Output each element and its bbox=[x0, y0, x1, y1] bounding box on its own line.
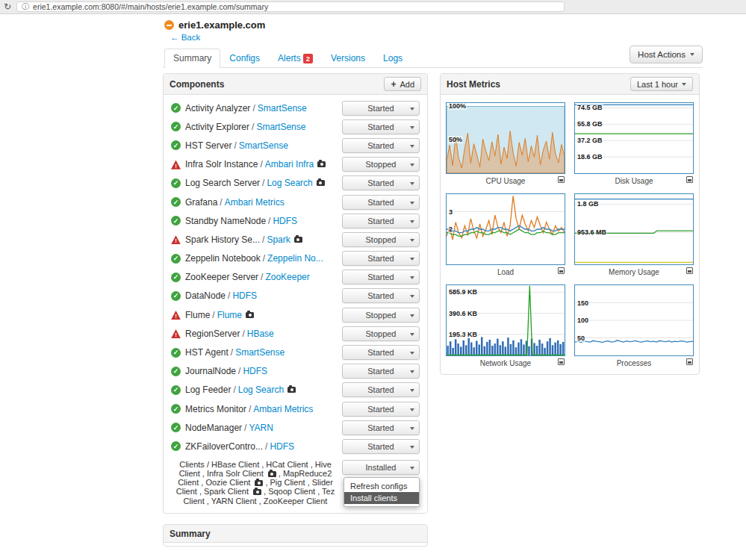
component-row: ✓Zeppelin Notebook/Zeppelin No...Started bbox=[171, 249, 420, 268]
component-action-button[interactable]: Stopped bbox=[342, 232, 420, 247]
service-link[interactable]: Log Search bbox=[267, 178, 312, 188]
service-link[interactable]: SmartSense bbox=[258, 103, 307, 113]
service-link[interactable]: Ambari Infra bbox=[265, 159, 314, 169]
service-link[interactable]: ZooKeeper bbox=[265, 272, 309, 282]
component-action-button[interactable]: Started bbox=[342, 101, 420, 116]
chart-plot[interactable]: 32 bbox=[446, 193, 565, 265]
chart-load: 32 Load bbox=[446, 193, 565, 276]
chart-title: Network Usage bbox=[480, 359, 531, 367]
address-bar[interactable]: ⓘ erie1.example.com:8080/#/main/hosts/er… bbox=[16, 1, 565, 12]
component-action-button[interactable]: Started bbox=[342, 214, 420, 228]
component-action-button[interactable]: Started bbox=[342, 175, 420, 190]
chart-title: Memory Usage bbox=[609, 268, 659, 276]
separator: / bbox=[238, 366, 240, 376]
separator: / bbox=[249, 404, 251, 414]
service-link[interactable]: Log Search bbox=[238, 385, 284, 395]
component-action-button[interactable]: Stopped bbox=[342, 326, 420, 341]
service-link[interactable]: HDFS bbox=[273, 216, 297, 226]
component-action-button[interactable]: Started bbox=[342, 119, 420, 134]
service-link[interactable]: HDFS bbox=[243, 366, 267, 376]
component-action-button[interactable]: Started bbox=[342, 402, 420, 417]
component-action-button[interactable]: Started bbox=[342, 288, 420, 303]
caret-down-icon bbox=[410, 164, 414, 167]
summary-section-header: Summary bbox=[164, 525, 427, 543]
reload-icon[interactable]: ↻ bbox=[4, 2, 11, 11]
caret-down-icon bbox=[410, 202, 414, 205]
back-link[interactable]: ← Back bbox=[170, 33, 200, 42]
component-action-button[interactable]: Stopped bbox=[342, 308, 420, 323]
export-chart-icon[interactable] bbox=[686, 176, 693, 183]
export-chart-icon[interactable] bbox=[558, 358, 565, 365]
camera-icon bbox=[246, 312, 254, 318]
service-link[interactable]: Zeppelin No... bbox=[267, 253, 323, 264]
component-action-label: Started bbox=[367, 385, 394, 394]
component-action-button[interactable]: Started bbox=[342, 382, 420, 397]
tab-logs[interactable]: Logs bbox=[374, 49, 411, 68]
component-action-button[interactable]: Stopped bbox=[342, 157, 420, 172]
component-action-button[interactable]: Started bbox=[342, 439, 420, 454]
clients-action-label: Installed bbox=[366, 463, 397, 472]
component-action-button[interactable]: Started bbox=[342, 195, 420, 210]
service-link[interactable]: SmartSense bbox=[235, 347, 285, 358]
service-link[interactable]: Spark bbox=[267, 234, 290, 245]
status-ok-icon: ✓ bbox=[171, 348, 181, 358]
export-chart-icon[interactable] bbox=[686, 358, 693, 365]
menu-item-refresh-configs[interactable]: Refresh configs bbox=[344, 480, 419, 492]
component-action-label: Stopped bbox=[366, 329, 397, 338]
caret-down-icon bbox=[410, 352, 414, 355]
service-link[interactable]: HDFS bbox=[270, 441, 294, 452]
separator: / bbox=[268, 216, 270, 226]
service-link[interactable]: SmartSense bbox=[239, 140, 288, 151]
menu-item-install-clients[interactable]: Install clients bbox=[344, 492, 419, 504]
component-row: !Infra Solr Instance/Ambari InfraStopped bbox=[171, 155, 420, 174]
chart-plot[interactable]: 100%50% bbox=[446, 102, 565, 174]
tab-summary[interactable]: Summary bbox=[164, 49, 220, 68]
chart-plot[interactable]: 1.8 GB953.6 MB bbox=[574, 193, 694, 265]
component-action-button[interactable]: Started bbox=[342, 270, 420, 284]
component-name: JournalNode bbox=[185, 366, 236, 376]
service-link[interactable]: Ambari Metrics bbox=[225, 197, 285, 208]
service-link[interactable]: HDFS bbox=[232, 290, 257, 301]
status-alert-icon: ! bbox=[171, 329, 181, 338]
chart-plot[interactable]: 15010050 bbox=[574, 284, 694, 356]
tab-configs[interactable]: Configs bbox=[220, 49, 269, 68]
separator: / bbox=[212, 310, 214, 320]
component-name: Standby NameNode bbox=[185, 216, 266, 226]
camera-icon bbox=[268, 471, 276, 477]
status-alert-icon: ! bbox=[171, 310, 181, 320]
component-action-button[interactable]: Started bbox=[342, 420, 420, 435]
export-chart-icon[interactable] bbox=[558, 267, 565, 274]
chart-plot[interactable]: 74.5 GB55.8 GB37.2 GB18.6 GB bbox=[574, 102, 694, 174]
components-title: Components bbox=[170, 79, 224, 90]
time-range-selector[interactable]: Last 1 hour bbox=[630, 77, 693, 91]
service-link[interactable]: SmartSense bbox=[256, 122, 305, 132]
export-chart-icon[interactable] bbox=[558, 176, 565, 183]
component-name: Activity Explorer bbox=[185, 122, 249, 132]
service-link[interactable]: YARN bbox=[249, 423, 273, 433]
component-row: ✓Activity Explorer/SmartSenseStarted bbox=[171, 117, 420, 136]
service-link[interactable]: Flume bbox=[217, 310, 242, 320]
tab-alerts[interactable]: Alerts 2 bbox=[269, 49, 322, 68]
chart-title: CPU Usage bbox=[486, 177, 526, 185]
tab-versions[interactable]: Versions bbox=[322, 49, 374, 68]
chart-plot[interactable]: 585.9 KB390.6 KB195.3 KB bbox=[446, 284, 565, 356]
chart-title: Load bbox=[497, 268, 514, 276]
camera-icon bbox=[253, 489, 261, 495]
service-link[interactable]: HBase bbox=[247, 329, 274, 339]
component-action-button[interactable]: Started bbox=[342, 364, 420, 379]
separator: / bbox=[260, 159, 262, 169]
clients-row: Clients / HBase Client , HCat Client , H… bbox=[171, 460, 420, 505]
component-action-button[interactable]: Started bbox=[342, 138, 420, 153]
clients-action-button[interactable]: Installed bbox=[342, 460, 420, 475]
page-info-icon[interactable]: ⓘ bbox=[22, 3, 29, 10]
component-name: RegionServer bbox=[185, 329, 240, 339]
component-action-button[interactable]: Started bbox=[342, 251, 420, 266]
chart-title: Processes bbox=[617, 359, 652, 367]
add-component-button[interactable]: + Add bbox=[384, 77, 421, 91]
export-chart-icon[interactable] bbox=[686, 267, 693, 274]
host-actions-button[interactable]: Host Actions bbox=[630, 46, 703, 63]
service-link[interactable]: Ambari Metrics bbox=[253, 404, 313, 414]
component-action-button[interactable]: Started bbox=[342, 345, 420, 360]
component-name: Log Feeder bbox=[185, 385, 231, 395]
component-row: ✓HST Server/SmartSenseStarted bbox=[171, 136, 420, 155]
